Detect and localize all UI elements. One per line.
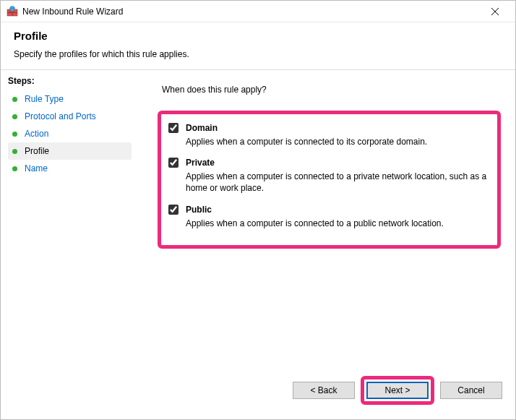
- step-profile[interactable]: Profile: [8, 142, 132, 160]
- option-label: Private: [186, 158, 215, 168]
- steps-sidebar: Steps: Rule Type Protocol and Ports Acti…: [1, 70, 139, 415]
- step-label: Name: [25, 163, 48, 173]
- back-button[interactable]: < Back: [293, 382, 355, 399]
- profiles-highlight: Domain Applies when a computer is connec…: [158, 111, 501, 249]
- page-subtitle: Specify the profiles for which this rule…: [14, 49, 502, 59]
- bullet-icon: [12, 149, 17, 154]
- bullet-icon: [12, 166, 17, 171]
- option-public: Public Applies when a computer is connec…: [168, 205, 487, 229]
- option-desc: Applies when a computer is connected to …: [186, 218, 487, 229]
- titlebar: New Inbound Rule Wizard: [1, 1, 515, 22]
- option-domain: Domain Applies when a computer is connec…: [168, 123, 487, 147]
- step-label: Protocol and Ports: [25, 111, 96, 121]
- option-label: Public: [186, 205, 212, 215]
- step-label: Action: [25, 129, 48, 139]
- option-desc: Applies when a computer is connected to …: [186, 136, 487, 147]
- bullet-icon: [12, 97, 17, 102]
- option-desc: Applies when a computer is connected to …: [186, 171, 487, 194]
- question-text: When does this rule apply?: [162, 85, 501, 95]
- option-label: Domain: [186, 123, 218, 133]
- wizard-footer: < Back Next > Cancel: [293, 376, 502, 405]
- bullet-icon: [12, 132, 17, 137]
- checkbox-domain[interactable]: [168, 123, 179, 133]
- checkbox-private[interactable]: [168, 158, 179, 168]
- step-label: Profile: [25, 146, 49, 156]
- next-button[interactable]: Next >: [366, 382, 429, 399]
- cancel-button[interactable]: Cancel: [440, 382, 502, 399]
- close-icon: [491, 8, 499, 15]
- steps-heading: Steps:: [8, 76, 132, 86]
- checkbox-public[interactable]: [168, 205, 179, 215]
- close-button[interactable]: [481, 1, 509, 22]
- next-highlight: Next >: [361, 376, 434, 405]
- step-action[interactable]: Action: [8, 125, 132, 142]
- wizard-header: Profile Specify the profiles for which t…: [1, 22, 515, 69]
- firewall-icon: [7, 6, 18, 17]
- step-protocol-and-ports[interactable]: Protocol and Ports: [8, 108, 132, 125]
- option-private: Private Applies when a computer is conne…: [168, 158, 487, 194]
- step-label: Rule Type: [25, 94, 64, 104]
- bullet-icon: [12, 114, 17, 119]
- step-rule-type[interactable]: Rule Type: [8, 90, 132, 108]
- window-title: New Inbound Rule Wizard: [22, 7, 123, 17]
- page-title: Profile: [14, 30, 502, 42]
- svg-point-5: [10, 6, 15, 11]
- step-name[interactable]: Name: [8, 160, 132, 177]
- main-panel: When does this rule apply? Domain Applie…: [139, 70, 515, 415]
